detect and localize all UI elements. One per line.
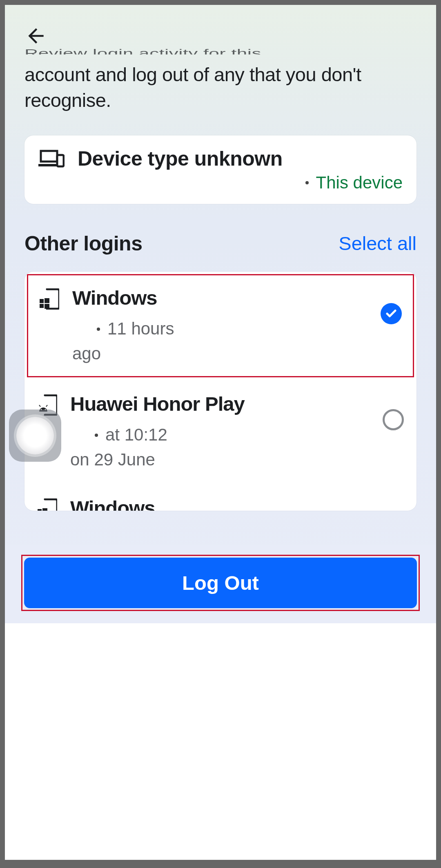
svg-rect-0 bbox=[57, 155, 64, 166]
description-clipped-line: Review login activity for this bbox=[24, 47, 416, 54]
laptop-mobile-icon bbox=[38, 147, 65, 168]
logout-highlight: Log Out bbox=[21, 555, 420, 611]
login-meta-1: at 10:12 bbox=[105, 423, 167, 447]
current-device-title: Device type unknown bbox=[78, 147, 403, 170]
bullet-icon bbox=[305, 181, 309, 184]
other-logins-header: Other logins Select all bbox=[5, 204, 436, 255]
login-name: Windows bbox=[70, 496, 405, 511]
current-device-card[interactable]: Device type unknown This device bbox=[24, 135, 416, 204]
login-checkbox[interactable] bbox=[381, 392, 405, 430]
checkmark-empty-icon bbox=[383, 409, 404, 430]
login-text: Windows bbox=[70, 496, 405, 511]
current-device-badge: This device bbox=[305, 173, 403, 193]
svg-rect-10 bbox=[42, 508, 47, 511]
below-whitespace bbox=[5, 623, 436, 860]
checkmark-selected-icon bbox=[381, 303, 402, 324]
other-logins-title: Other logins bbox=[24, 232, 142, 255]
svg-line-7 bbox=[39, 405, 40, 407]
svg-rect-3 bbox=[40, 304, 44, 308]
svg-rect-1 bbox=[40, 299, 44, 303]
login-checkbox[interactable] bbox=[379, 286, 403, 324]
windows-phone-icon bbox=[38, 286, 61, 310]
header: Review login activity for this bbox=[5, 5, 436, 60]
login-meta: 11 hours ago bbox=[72, 314, 368, 365]
login-text: Huawei Honor Play at 10:12 on 29 June bbox=[70, 392, 370, 472]
assistive-touch-icon bbox=[16, 417, 54, 454]
svg-line-8 bbox=[46, 405, 47, 407]
login-name: Huawei Honor Play bbox=[70, 392, 370, 416]
bullet-icon bbox=[97, 328, 100, 331]
assistive-touch-button[interactable] bbox=[9, 410, 61, 462]
login-name: Windows bbox=[72, 286, 368, 310]
login-row[interactable]: Windows 11 hours ago bbox=[27, 274, 414, 377]
svg-rect-9 bbox=[38, 509, 42, 511]
login-meta-2: ago bbox=[72, 342, 368, 365]
bottom-bar: Log Out bbox=[5, 545, 436, 623]
logout-button[interactable]: Log Out bbox=[24, 558, 417, 608]
login-meta-1: 11 hours bbox=[107, 317, 174, 341]
bullet-icon bbox=[95, 434, 98, 437]
select-all-link[interactable]: Select all bbox=[339, 232, 416, 255]
login-text: Windows 11 hours ago bbox=[72, 286, 368, 365]
login-meta: at 10:12 on 29 June bbox=[70, 420, 370, 472]
login-meta-2: on 29 June bbox=[70, 448, 370, 472]
arrow-left-icon bbox=[24, 24, 47, 47]
screen-container: Review login activity for this account a… bbox=[5, 5, 436, 623]
current-device-badge-text: This device bbox=[316, 173, 403, 193]
windows-phone-icon bbox=[36, 496, 59, 511]
current-device-info: Device type unknown This device bbox=[78, 147, 403, 193]
back-button[interactable] bbox=[24, 24, 47, 47]
svg-rect-2 bbox=[45, 298, 49, 303]
svg-rect-4 bbox=[45, 304, 49, 309]
logins-list: Windows 11 hours ago Huawei Honor Play bbox=[24, 272, 416, 511]
login-row[interactable]: Huawei Honor Play at 10:12 on 29 June bbox=[24, 380, 416, 484]
description-text: account and log out of any that you don'… bbox=[5, 60, 436, 113]
login-row[interactable]: Windows bbox=[24, 484, 416, 511]
